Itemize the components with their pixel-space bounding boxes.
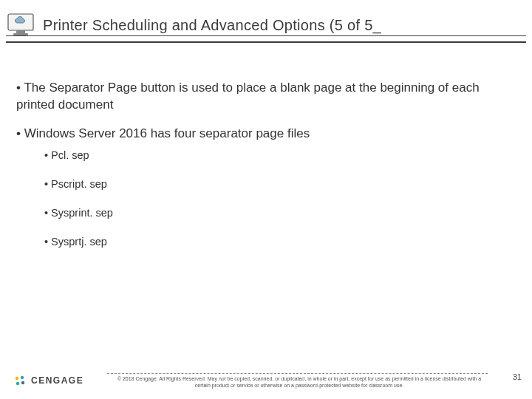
monitor-cloud-icon [6,12,38,38]
slide: { "header": { "title": "Printer Scheduli… [0,0,532,399]
brand-logo: CENGAGE [13,374,83,387]
bullet-item: Windows Server 2016 has four separator p… [16,126,516,251]
svg-point-4 [21,376,24,379]
bullet-list-level1: The Separator Page button is used to pla… [16,80,516,251]
sub-bullet-item: Sysprint. sep [44,205,516,222]
brand-name: CENGAGE [31,375,83,386]
svg-point-5 [16,382,19,385]
sub-bullet-item: Pscript. sep [44,176,516,193]
copyright-text: © 2018 Cengage. All Rights Reserved. May… [111,376,488,389]
cengage-mark-icon [13,374,27,387]
bullet-list-level2: Pcl. sep Pscript. sep Sysprint. sep Sysp… [44,147,516,251]
page-number: 31 [513,372,522,381]
svg-rect-1 [16,30,25,33]
bullet-item: The Separator Page button is used to pla… [16,80,516,114]
slide-body: The Separator Page button is used to pla… [16,80,516,263]
svg-point-3 [16,377,18,380]
slide-title: Printer Scheduling and Advanced Options … [43,17,381,34]
svg-point-6 [21,381,24,384]
header-rule-thin [6,35,526,36]
bullet-text: Windows Server 2016 has four separator p… [24,126,310,140]
header-rule-thick [6,41,526,43]
slide-header: Printer Scheduling and Advanced Options … [0,6,532,44]
slide-footer: CENGAGE © 2018 Cengage. All Rights Reser… [0,368,532,392]
sub-bullet-item: Sysprtj. sep [44,233,516,250]
sub-bullet-item: Pcl. sep [44,147,516,164]
